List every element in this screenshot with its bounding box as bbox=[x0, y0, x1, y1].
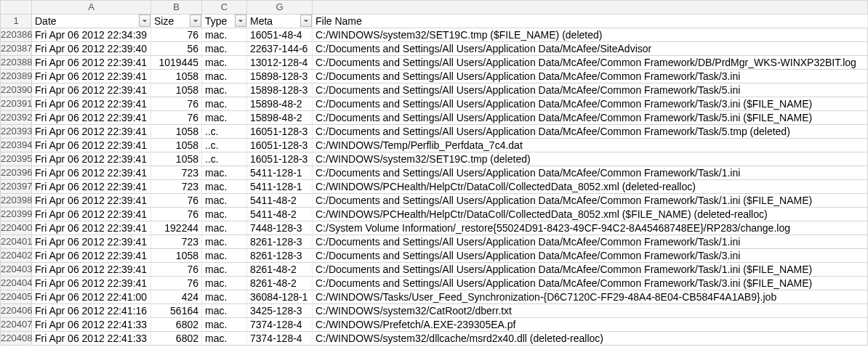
cell-meta[interactable]: 7374-128-4 bbox=[247, 318, 313, 332]
row-number-header[interactable]: 220406 bbox=[0, 304, 32, 318]
cell-meta[interactable]: 15898-48-2 bbox=[247, 111, 313, 125]
cell-size[interactable]: 1019445 bbox=[151, 56, 202, 70]
cell-meta[interactable]: 3425-128-3 bbox=[247, 304, 313, 318]
cell-meta[interactable]: 8261-48-2 bbox=[247, 277, 313, 290]
cell-filename[interactable]: C:/Documents and Settings/All Users/Appl… bbox=[313, 166, 868, 180]
cell-date[interactable]: Fri Apr 06 2012 22:39:41 bbox=[32, 111, 151, 125]
cell-meta[interactable]: 5411-128-1 bbox=[247, 166, 313, 180]
cell-size[interactable]: 1058 bbox=[151, 249, 202, 263]
cell-filename[interactable]: C:/Documents and Settings/All Users/Appl… bbox=[313, 111, 868, 125]
cell-meta[interactable]: 16051-128-3 bbox=[247, 152, 313, 166]
cell-size[interactable]: 76 bbox=[151, 277, 202, 290]
row-number-header[interactable]: 220395 bbox=[0, 152, 32, 166]
column-field-header[interactable]: Meta bbox=[247, 15, 313, 28]
row-number-header[interactable]: 220408 bbox=[0, 332, 32, 346]
cell-size[interactable]: 56164 bbox=[151, 304, 202, 318]
cell-filename[interactable]: C:/System Volume Information/_restore{55… bbox=[313, 221, 868, 235]
cell-filename[interactable]: C:/Documents and Settings/All Users/Appl… bbox=[313, 83, 868, 97]
cell-date[interactable]: Fri Apr 06 2012 22:41:00 bbox=[32, 290, 151, 304]
cell-type[interactable]: ..c. bbox=[202, 152, 247, 166]
cell-filename[interactable]: C:/Documents and Settings/All Users/Appl… bbox=[313, 263, 868, 277]
cell-type[interactable]: mac. bbox=[202, 277, 247, 290]
cell-filename[interactable]: C:/WINDOWS/system32/dllcache/msrd2x40.dl… bbox=[313, 332, 868, 346]
cell-type[interactable]: mac. bbox=[202, 235, 247, 249]
cell-filename[interactable]: C:/WINDOWS/PCHealth/HelpCtr/DataColl/Col… bbox=[313, 180, 868, 194]
row-number-header[interactable]: 220396 bbox=[0, 166, 32, 180]
cell-type[interactable]: mac. bbox=[202, 83, 247, 97]
cell-date[interactable]: Fri Apr 06 2012 22:39:40 bbox=[32, 42, 151, 56]
cell-type[interactable]: mac. bbox=[202, 208, 247, 221]
cell-type[interactable]: mac. bbox=[202, 304, 247, 318]
cell-date[interactable]: Fri Apr 06 2012 22:39:41 bbox=[32, 125, 151, 139]
cell-filename[interactable]: C:/Documents and Settings/All Users/Appl… bbox=[313, 249, 868, 263]
cell-date[interactable]: Fri Apr 06 2012 22:41:33 bbox=[32, 332, 151, 346]
filter-dropdown-button[interactable] bbox=[139, 15, 150, 27]
cell-filename[interactable]: C:/WINDOWS/system32/SET19C.tmp (deleted) bbox=[313, 152, 868, 166]
row-number-header[interactable]: 220403 bbox=[0, 263, 32, 277]
cell-size[interactable]: 76 bbox=[151, 28, 202, 42]
column-field-header[interactable]: Date bbox=[32, 15, 151, 28]
cell-meta[interactable]: 8261-48-2 bbox=[247, 263, 313, 277]
cell-type[interactable]: mac. bbox=[202, 42, 247, 56]
cell-filename[interactable]: C:/WINDOWS/Prefetch/A.EXE-239305EA.pf bbox=[313, 318, 868, 332]
row-number-header[interactable]: 220389 bbox=[0, 70, 32, 83]
row-number-header[interactable]: 220399 bbox=[0, 208, 32, 221]
cell-meta[interactable]: 5411-128-1 bbox=[247, 180, 313, 194]
cell-filename[interactable]: C:/Documents and Settings/All Users/Appl… bbox=[313, 70, 868, 83]
cell-filename[interactable]: C:/WINDOWS/system32/SET19C.tmp ($FILE_NA… bbox=[313, 28, 868, 42]
row-number-header[interactable]: 220390 bbox=[0, 83, 32, 97]
cell-size[interactable]: 76 bbox=[151, 208, 202, 221]
cell-size[interactable]: 723 bbox=[151, 180, 202, 194]
column-field-header[interactable]: Size bbox=[151, 15, 202, 28]
row-number-header[interactable]: 220407 bbox=[0, 318, 32, 332]
cell-filename[interactable]: C:/WINDOWS/Temp/Perflib_Perfdata_7c4.dat bbox=[313, 139, 868, 152]
cell-type[interactable]: mac. bbox=[202, 221, 247, 235]
row-number-header[interactable]: 220387 bbox=[0, 42, 32, 56]
cell-date[interactable]: Fri Apr 06 2012 22:39:41 bbox=[32, 166, 151, 180]
row-number-header[interactable]: 220398 bbox=[0, 194, 32, 208]
filter-dropdown-button[interactable] bbox=[235, 15, 246, 27]
cell-date[interactable]: Fri Apr 06 2012 22:39:41 bbox=[32, 56, 151, 70]
cell-type[interactable]: mac. bbox=[202, 97, 247, 111]
row-number-header[interactable]: 220404 bbox=[0, 277, 32, 290]
cell-date[interactable]: Fri Apr 06 2012 22:39:41 bbox=[32, 194, 151, 208]
cell-type[interactable]: mac. bbox=[202, 56, 247, 70]
row-number-header[interactable]: 220392 bbox=[0, 111, 32, 125]
cell-filename[interactable]: C:/WINDOWS/PCHealth/HelpCtr/DataColl/Col… bbox=[313, 208, 868, 221]
spreadsheet-grid[interactable]: ABCG1DateSizeTypeMetaFile Name220386Fri … bbox=[0, 0, 868, 346]
row-number-header[interactable]: 220405 bbox=[0, 290, 32, 304]
cell-size[interactable]: 424 bbox=[151, 290, 202, 304]
cell-filename[interactable]: C:/Documents and Settings/All Users/Appl… bbox=[313, 125, 868, 139]
cell-meta[interactable]: 15898-128-3 bbox=[247, 70, 313, 83]
cell-date[interactable]: Fri Apr 06 2012 22:39:41 bbox=[32, 83, 151, 97]
cell-size[interactable]: 1058 bbox=[151, 83, 202, 97]
cell-meta[interactable]: 16051-128-3 bbox=[247, 125, 313, 139]
cell-date[interactable]: Fri Apr 06 2012 22:39:41 bbox=[32, 139, 151, 152]
cell-size[interactable]: 1058 bbox=[151, 125, 202, 139]
cell-size[interactable]: 192244 bbox=[151, 221, 202, 235]
cell-date[interactable]: Fri Apr 06 2012 22:39:41 bbox=[32, 70, 151, 83]
column-letter-header[interactable]: A bbox=[32, 0, 151, 15]
cell-date[interactable]: Fri Apr 06 2012 22:39:41 bbox=[32, 97, 151, 111]
cell-size[interactable]: 1058 bbox=[151, 139, 202, 152]
cell-type[interactable]: mac. bbox=[202, 249, 247, 263]
row-number-header[interactable]: 220402 bbox=[0, 249, 32, 263]
cell-date[interactable]: Fri Apr 06 2012 22:39:41 bbox=[32, 152, 151, 166]
cell-type[interactable]: mac. bbox=[202, 70, 247, 83]
cell-size[interactable]: 723 bbox=[151, 166, 202, 180]
cell-meta[interactable]: 7374-128-4 bbox=[247, 332, 313, 346]
cell-filename[interactable]: C:/Documents and Settings/All Users/Appl… bbox=[313, 277, 868, 290]
cell-size[interactable]: 76 bbox=[151, 194, 202, 208]
row-number-header[interactable]: 220393 bbox=[0, 125, 32, 139]
cell-type[interactable]: mac. bbox=[202, 111, 247, 125]
cell-filename[interactable]: C:/WINDOWS/Tasks/User_Feed_Synchronizati… bbox=[313, 290, 868, 304]
cell-date[interactable]: Fri Apr 06 2012 22:34:39 bbox=[32, 28, 151, 42]
cell-size[interactable]: 723 bbox=[151, 235, 202, 249]
row-number-header[interactable]: 220397 bbox=[0, 180, 32, 194]
column-letter-header[interactable]: G bbox=[247, 0, 313, 15]
cell-date[interactable]: Fri Apr 06 2012 22:39:41 bbox=[32, 208, 151, 221]
cell-meta[interactable]: 16051-128-3 bbox=[247, 139, 313, 152]
cell-filename[interactable]: C:/Documents and Settings/All Users/Appl… bbox=[313, 194, 868, 208]
cell-meta[interactable]: 5411-48-2 bbox=[247, 194, 313, 208]
cell-date[interactable]: Fri Apr 06 2012 22:39:41 bbox=[32, 277, 151, 290]
